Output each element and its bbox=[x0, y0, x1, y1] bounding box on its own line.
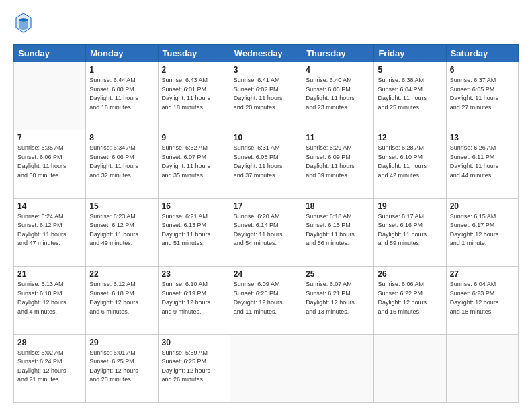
calendar-cell: 11Sunrise: 6:29 AM Sunset: 6:09 PM Dayli… bbox=[302, 130, 374, 198]
logo-icon bbox=[13, 11, 34, 38]
calendar-cell: 9Sunrise: 6:32 AM Sunset: 6:07 PM Daylig… bbox=[158, 130, 230, 198]
calendar-cell: 29Sunrise: 6:01 AM Sunset: 6:25 PM Dayli… bbox=[86, 334, 158, 402]
calendar-week-row: 21Sunrise: 6:13 AM Sunset: 6:18 PM Dayli… bbox=[14, 267, 519, 334]
day-info: Sunrise: 6:35 AM Sunset: 6:06 PM Dayligh… bbox=[17, 144, 82, 180]
calendar-cell: 25Sunrise: 6:07 AM Sunset: 6:21 PM Dayli… bbox=[302, 267, 374, 334]
calendar-cell: 2Sunrise: 6:43 AM Sunset: 6:01 PM Daylig… bbox=[158, 62, 230, 130]
day-number: 6 bbox=[450, 65, 515, 75]
calendar-day-header: Thursday bbox=[302, 45, 374, 62]
day-number: 5 bbox=[378, 65, 442, 75]
calendar-cell: 21Sunrise: 6:13 AM Sunset: 6:18 PM Dayli… bbox=[14, 267, 86, 334]
calendar-cell bbox=[302, 334, 374, 402]
day-number: 26 bbox=[378, 269, 442, 279]
day-info: Sunrise: 6:37 AM Sunset: 6:05 PM Dayligh… bbox=[450, 76, 515, 112]
calendar-week-row: 28Sunrise: 6:02 AM Sunset: 6:24 PM Dayli… bbox=[14, 334, 519, 402]
day-number: 9 bbox=[162, 133, 226, 142]
calendar-day-header: Friday bbox=[374, 45, 446, 62]
calendar-cell: 23Sunrise: 6:10 AM Sunset: 6:19 PM Dayli… bbox=[158, 267, 230, 334]
calendar-cell: 26Sunrise: 6:06 AM Sunset: 6:22 PM Dayli… bbox=[374, 267, 446, 334]
calendar-cell: 16Sunrise: 6:21 AM Sunset: 6:13 PM Dayli… bbox=[158, 198, 230, 266]
calendar-cell: 8Sunrise: 6:34 AM Sunset: 6:06 PM Daylig… bbox=[86, 130, 158, 198]
calendar-cell: 30Sunrise: 5:59 AM Sunset: 6:25 PM Dayli… bbox=[158, 334, 230, 402]
day-info: Sunrise: 6:06 AM Sunset: 6:22 PM Dayligh… bbox=[378, 280, 442, 316]
day-number: 1 bbox=[89, 65, 154, 75]
day-number: 13 bbox=[450, 133, 515, 142]
header bbox=[13, 11, 519, 38]
day-number: 18 bbox=[306, 201, 370, 211]
calendar-week-row: 14Sunrise: 6:24 AM Sunset: 6:12 PM Dayli… bbox=[14, 198, 519, 266]
day-number: 19 bbox=[378, 201, 442, 211]
day-info: Sunrise: 6:18 AM Sunset: 6:15 PM Dayligh… bbox=[306, 212, 370, 248]
day-info: Sunrise: 6:13 AM Sunset: 6:18 PM Dayligh… bbox=[17, 280, 82, 316]
calendar-day-header: Saturday bbox=[446, 45, 518, 62]
day-number: 27 bbox=[450, 269, 515, 279]
day-info: Sunrise: 6:41 AM Sunset: 6:02 PM Dayligh… bbox=[234, 76, 298, 112]
day-number: 3 bbox=[234, 65, 298, 75]
day-info: Sunrise: 6:07 AM Sunset: 6:21 PM Dayligh… bbox=[306, 280, 370, 316]
calendar-cell: 14Sunrise: 6:24 AM Sunset: 6:12 PM Dayli… bbox=[14, 198, 86, 266]
day-number: 30 bbox=[162, 338, 226, 347]
day-info: Sunrise: 6:20 AM Sunset: 6:14 PM Dayligh… bbox=[234, 212, 298, 248]
day-info: Sunrise: 6:26 AM Sunset: 6:11 PM Dayligh… bbox=[450, 144, 515, 180]
calendar-cell bbox=[230, 334, 302, 402]
calendar-day-header: Monday bbox=[86, 45, 158, 62]
calendar-week-row: 7Sunrise: 6:35 AM Sunset: 6:06 PM Daylig… bbox=[14, 130, 519, 198]
day-number: 17 bbox=[234, 201, 298, 211]
calendar-cell: 17Sunrise: 6:20 AM Sunset: 6:14 PM Dayli… bbox=[230, 198, 302, 266]
day-info: Sunrise: 6:09 AM Sunset: 6:20 PM Dayligh… bbox=[234, 280, 298, 316]
day-info: Sunrise: 6:23 AM Sunset: 6:12 PM Dayligh… bbox=[89, 212, 154, 248]
calendar-cell: 18Sunrise: 6:18 AM Sunset: 6:15 PM Dayli… bbox=[302, 198, 374, 266]
day-number: 2 bbox=[162, 65, 226, 75]
day-info: Sunrise: 6:43 AM Sunset: 6:01 PM Dayligh… bbox=[162, 76, 226, 112]
calendar-cell: 10Sunrise: 6:31 AM Sunset: 6:08 PM Dayli… bbox=[230, 130, 302, 198]
day-info: Sunrise: 6:17 AM Sunset: 6:16 PM Dayligh… bbox=[378, 212, 442, 248]
calendar-cell: 27Sunrise: 6:04 AM Sunset: 6:23 PM Dayli… bbox=[446, 267, 518, 334]
calendar-cell: 24Sunrise: 6:09 AM Sunset: 6:20 PM Dayli… bbox=[230, 267, 302, 334]
day-number: 28 bbox=[17, 338, 82, 347]
day-info: Sunrise: 6:02 AM Sunset: 6:24 PM Dayligh… bbox=[17, 349, 82, 385]
calendar-day-header: Tuesday bbox=[158, 45, 230, 62]
day-info: Sunrise: 6:10 AM Sunset: 6:19 PM Dayligh… bbox=[162, 280, 226, 316]
day-info: Sunrise: 6:28 AM Sunset: 6:10 PM Dayligh… bbox=[378, 144, 442, 180]
calendar-day-header: Wednesday bbox=[230, 45, 302, 62]
calendar-cell: 22Sunrise: 6:12 AM Sunset: 6:18 PM Dayli… bbox=[86, 267, 158, 334]
calendar-cell: 6Sunrise: 6:37 AM Sunset: 6:05 PM Daylig… bbox=[446, 62, 518, 130]
day-info: Sunrise: 6:15 AM Sunset: 6:17 PM Dayligh… bbox=[450, 212, 515, 248]
day-info: Sunrise: 5:59 AM Sunset: 6:25 PM Dayligh… bbox=[162, 349, 226, 385]
day-number: 4 bbox=[306, 65, 370, 75]
calendar-cell: 7Sunrise: 6:35 AM Sunset: 6:06 PM Daylig… bbox=[14, 130, 86, 198]
calendar-cell: 5Sunrise: 6:38 AM Sunset: 6:04 PM Daylig… bbox=[374, 62, 446, 130]
day-number: 25 bbox=[306, 269, 370, 279]
day-number: 12 bbox=[378, 133, 442, 142]
day-number: 16 bbox=[162, 201, 226, 211]
day-number: 21 bbox=[17, 269, 82, 279]
day-info: Sunrise: 6:44 AM Sunset: 6:00 PM Dayligh… bbox=[89, 76, 154, 112]
day-info: Sunrise: 6:32 AM Sunset: 6:07 PM Dayligh… bbox=[162, 144, 226, 180]
calendar-cell: 1Sunrise: 6:44 AM Sunset: 6:00 PM Daylig… bbox=[86, 62, 158, 130]
calendar-cell: 4Sunrise: 6:40 AM Sunset: 6:03 PM Daylig… bbox=[302, 62, 374, 130]
day-info: Sunrise: 6:12 AM Sunset: 6:18 PM Dayligh… bbox=[89, 280, 154, 316]
day-info: Sunrise: 6:29 AM Sunset: 6:09 PM Dayligh… bbox=[306, 144, 370, 180]
calendar-cell: 12Sunrise: 6:28 AM Sunset: 6:10 PM Dayli… bbox=[374, 130, 446, 198]
day-info: Sunrise: 6:34 AM Sunset: 6:06 PM Dayligh… bbox=[89, 144, 154, 180]
day-info: Sunrise: 6:01 AM Sunset: 6:25 PM Dayligh… bbox=[89, 349, 154, 385]
calendar-cell: 3Sunrise: 6:41 AM Sunset: 6:02 PM Daylig… bbox=[230, 62, 302, 130]
day-info: Sunrise: 6:24 AM Sunset: 6:12 PM Dayligh… bbox=[17, 212, 82, 248]
day-number: 20 bbox=[450, 201, 515, 211]
page: SundayMondayTuesdayWednesdayThursdayFrid… bbox=[0, 0, 532, 411]
calendar-header-row: SundayMondayTuesdayWednesdayThursdayFrid… bbox=[14, 45, 519, 62]
calendar-cell: 28Sunrise: 6:02 AM Sunset: 6:24 PM Dayli… bbox=[14, 334, 86, 402]
calendar-cell bbox=[446, 334, 518, 402]
day-number: 23 bbox=[162, 269, 226, 279]
logo bbox=[13, 11, 36, 38]
day-number: 29 bbox=[89, 338, 154, 347]
day-info: Sunrise: 6:04 AM Sunset: 6:23 PM Dayligh… bbox=[450, 280, 515, 316]
calendar-day-header: Sunday bbox=[14, 45, 86, 62]
calendar-cell: 15Sunrise: 6:23 AM Sunset: 6:12 PM Dayli… bbox=[86, 198, 158, 266]
calendar-cell: 13Sunrise: 6:26 AM Sunset: 6:11 PM Dayli… bbox=[446, 130, 518, 198]
day-number: 14 bbox=[17, 201, 82, 211]
calendar-cell bbox=[374, 334, 446, 402]
day-number: 10 bbox=[234, 133, 298, 142]
calendar-cell: 19Sunrise: 6:17 AM Sunset: 6:16 PM Dayli… bbox=[374, 198, 446, 266]
day-number: 11 bbox=[306, 133, 370, 142]
